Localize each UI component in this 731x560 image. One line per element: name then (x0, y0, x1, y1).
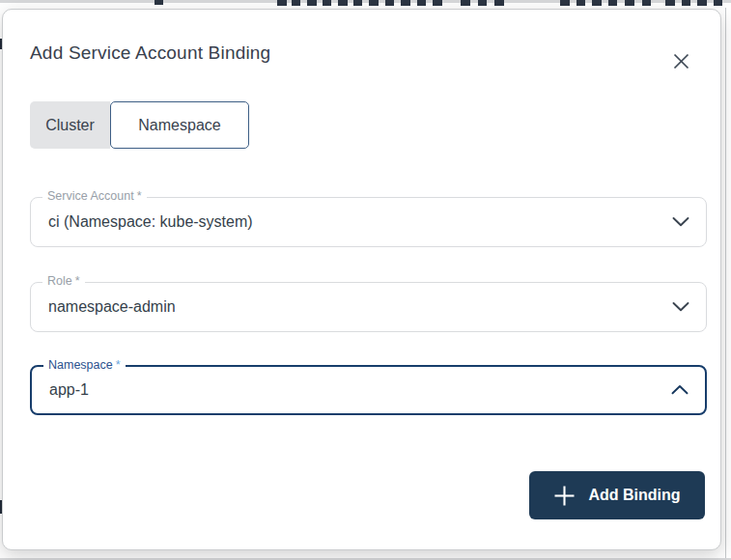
namespace-value: app-1 (49, 381, 89, 399)
dialog-title: Add Service Account Binding (30, 42, 270, 64)
add-binding-button[interactable]: Add Binding (529, 471, 705, 519)
role-label: Role* (42, 274, 85, 288)
background-artifact (369, 0, 379, 6)
chevron-up-icon (671, 385, 689, 396)
background-artifact (697, 0, 707, 6)
role-value: namespace-admin (48, 298, 176, 316)
service-account-select[interactable]: Service Account* ci (Namespace: kube-sys… (30, 197, 707, 247)
role-select[interactable]: Role* namespace-admin (30, 282, 707, 332)
background-artifact (323, 0, 331, 6)
background-artifact (353, 0, 362, 6)
plus-icon (553, 485, 576, 507)
background-artifact (433, 0, 442, 6)
background-page-edge (725, 8, 726, 558)
chevron-down-icon (672, 302, 689, 313)
tab-namespace[interactable]: Namespace (110, 101, 249, 149)
background-artifact (665, 0, 675, 6)
background-artifact (592, 0, 602, 6)
background-artifact (292, 0, 300, 6)
background-artifact (401, 0, 410, 6)
background-artifact (385, 0, 394, 6)
background-artifact (277, 0, 287, 6)
namespace-label: Namespace* (43, 358, 126, 372)
service-account-value: ci (Namespace: kube-system) (48, 213, 253, 231)
service-account-label: Service Account* (42, 189, 147, 203)
close-icon (673, 53, 689, 70)
background-artifact (494, 0, 504, 6)
add-binding-label: Add Binding (588, 487, 680, 504)
background-artifact (417, 0, 426, 6)
background-artifact (478, 0, 487, 6)
background-strip (0, 0, 731, 3)
tab-cluster[interactable]: Cluster (30, 101, 110, 149)
background-artifact (155, 0, 163, 5)
background-artifact (307, 0, 317, 6)
background-artifact (608, 0, 617, 6)
background-artifact (625, 0, 634, 6)
background-artifact (560, 0, 570, 6)
background-artifact (682, 0, 690, 6)
background-artifact (461, 0, 470, 6)
background-artifact (338, 0, 348, 6)
binding-scope-tabs: Cluster Namespace (30, 101, 249, 149)
add-service-account-binding-dialog: Add Service Account Binding Cluster Name… (2, 9, 721, 550)
chevron-down-icon (672, 217, 689, 228)
close-button[interactable] (666, 46, 695, 75)
namespace-select[interactable]: Namespace* app-1 (30, 365, 707, 415)
background-artifact (642, 0, 651, 6)
background-artifact (714, 0, 722, 6)
background-artifact (576, 0, 585, 6)
